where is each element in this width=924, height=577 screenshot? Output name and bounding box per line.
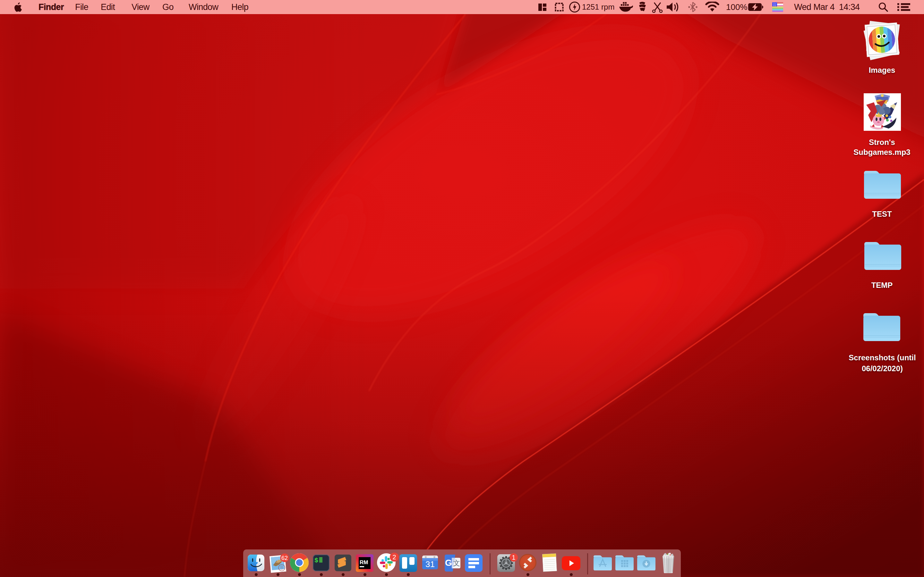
svg-text:31: 31 — [425, 559, 435, 569]
svg-text:文: 文 — [453, 559, 460, 567]
svg-text:RM: RM — [360, 559, 368, 566]
svg-text:$: $ — [314, 557, 318, 564]
svg-text:G: G — [445, 558, 452, 568]
svg-text:62: 62 — [281, 555, 288, 561]
